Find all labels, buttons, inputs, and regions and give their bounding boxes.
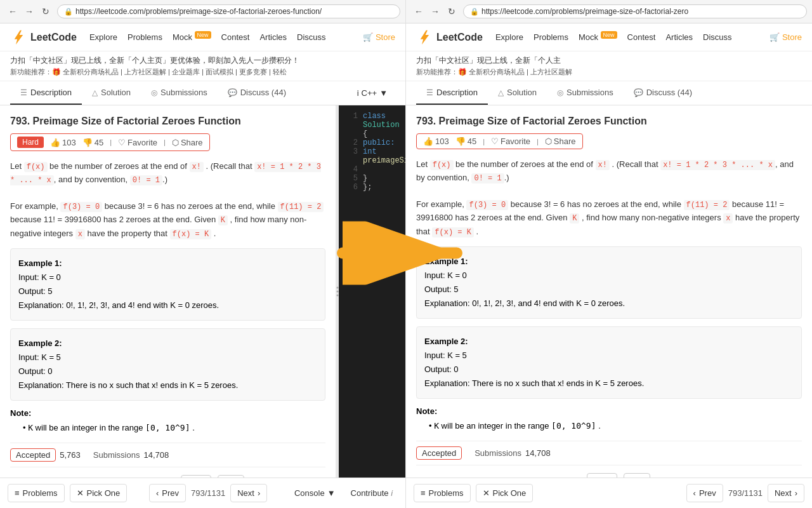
tab-submissions-right[interactable]: ◎ Submissions [547,81,624,105]
tabs-bar-right: ☰ Description △ Solution ◎ Submissions 💬… [406,81,812,105]
back-button-right[interactable]: ← [411,4,426,19]
page-num-left: 793/1131 [191,488,225,498]
thumbs-up-btn-left[interactable]: 👍 103 [50,138,76,147]
nav-mock-right[interactable]: Mock New [579,32,617,42]
sep1-right: | [483,138,485,145]
nav-mock-left[interactable]: Mock New [173,32,211,42]
problems-button-right[interactable]: ≡ Problems [414,484,471,502]
zerofact-code-right: 0! = 1 [471,173,504,184]
tab-description-right[interactable]: ☰ Description [416,81,488,105]
code-line-6: 6 }; [345,183,399,192]
thumbs-down-btn-left[interactable]: 👎 45 [82,138,103,147]
lang-chevron-left: ▼ [379,88,388,98]
factexp-code-left: x! = 1 * 2 * 3 * ... * x [10,162,321,185]
address-bar-left[interactable]: 🔒 https://leetcode.com/problems/preimage… [57,4,400,18]
banner-right: 力扣「中文社区」现已上线，全新「个人主 新功能推荐：🎁 全新积分商场礼品 | 上… [406,51,812,81]
pick-one-button-left[interactable]: ✕ Pick One [70,484,128,502]
contribute-button-left[interactable]: Contribute i [346,486,398,500]
nav-explore-right[interactable]: Explore [495,32,523,42]
refresh-button-left[interactable]: ↻ [38,4,53,19]
prev-chevron-left: ‹ [156,488,159,498]
interview-row-right: Seen this question in a real interview b… [416,473,802,478]
share-btn-right[interactable]: ⬡ Share [545,137,576,146]
nav-articles-left[interactable]: Articles [259,32,287,42]
yes-button-left[interactable]: Yes [181,475,211,478]
favorite-btn-left[interactable]: ♡ Favorite [118,138,157,147]
interview-row-left: Seen this question in a real interview b… [10,475,325,478]
back-button-left[interactable]: ← [5,4,20,19]
next-button-right[interactable]: Next › [768,484,804,502]
k-code-right: K [570,213,579,224]
browser-chrome-right: ← → ↻ 🔒 https://leetcode.com/problems/pr… [406,0,812,23]
pick-one-button-right[interactable]: ✕ Pick One [476,484,534,502]
prev-button-left[interactable]: ‹ Prev [149,484,186,502]
thumbs-up-btn-right[interactable]: 👍 103 [423,137,449,146]
forward-button-left[interactable]: → [22,4,37,19]
console-button-left[interactable]: Console ▼ [289,486,341,500]
stats-row-left: Accepted 5,763 Submissions 14,708 [10,443,325,467]
favorite-btn-right[interactable]: ♡ Favorite [491,137,530,146]
thumbs-down-btn-right[interactable]: 👎 45 [455,137,476,146]
address-bar-right[interactable]: 🔒 https://leetcode.com/problems/preimage… [463,4,807,18]
yes-button-right[interactable]: Yes [587,473,617,478]
nav-problems-right[interactable]: Problems [534,32,568,42]
banner-sub-left: 新功能推荐：🎁 全新积分商场礼品 | 上方社区题解 | 企业题库 | 面试模拟 … [10,67,395,77]
panel-resizer-left[interactable] [336,105,339,478]
share-btn-left[interactable]: ⬡ Share [172,138,203,147]
example2-left: Example 2: Input: K = 5 Output: 0 Explan… [10,328,325,401]
prev-chevron-right: ‹ [693,488,696,498]
sub-icon-left: ◎ [151,88,157,97]
tab-description-left[interactable]: ☰ Description [10,81,82,105]
tab-submissions-left[interactable]: ◎ Submissions [141,81,218,105]
pick-icon-right: ✕ [483,488,490,498]
problem-description-right: Let f(x) be the number of zeroes at the … [416,158,802,239]
tab-discuss-left[interactable]: 💬 Discuss (44) [218,81,296,105]
code-line-2: 2 public: [345,138,399,147]
tab-discuss-right[interactable]: 💬 Discuss (44) [624,81,702,105]
lock-icon-right: 🔒 [470,8,479,16]
language-selector-left[interactable]: i C++ ▼ [350,81,395,105]
difficulty-badge-left: Hard [17,137,44,148]
example2-right: Example 2: Input: K = 5 Output: 0 Explan… [416,326,802,399]
browser-chrome-left: ← → ↻ 🔒 https://leetcode.com/problems/pr… [0,0,405,23]
code-panel-left[interactable]: 1 class Solution { 2 public: 3 int preim… [339,105,405,478]
nav-discuss-right[interactable]: Discuss [703,32,732,42]
factexp-code-right: x! = 1 * 2 * 3 * ... * x [660,160,775,170]
example1-right: Example 1: Input: K = 0 Output: 5 Explan… [416,246,802,319]
accepted-box-right: Accepted [416,446,462,460]
next-chevron-left: › [258,488,260,498]
page-num-right: 793/1131 [728,488,763,498]
prev-button-right[interactable]: ‹ Prev [686,484,723,502]
problems-button-left[interactable]: ≡ Problems [8,484,65,502]
k-code-left: K [218,215,228,225]
tab-solution-left[interactable]: △ Solution [82,81,141,105]
nav-articles-right[interactable]: Articles [665,32,693,42]
nav-explore-left[interactable]: Explore [89,32,117,42]
nav-discuss-left[interactable]: Discuss [297,32,326,42]
accepted-value-left: 5,763 [60,450,81,460]
problem-title-left: 793. Preimage Size of Factorial Zeroes F… [10,116,325,127]
tab-solution-right[interactable]: △ Solution [488,81,547,105]
pick-icon-left: ✕ [77,488,84,498]
nav-store-left[interactable]: 🛒 Store [363,32,395,42]
accepted-stat-right: Accepted [416,446,462,460]
next-button-left[interactable]: Next › [230,484,267,502]
fx-code-right: f(x) [430,160,454,170]
nav-problems-left[interactable]: Problems [128,32,162,42]
nav-links-right: Explore Problems Mock New Contest Articl… [495,32,732,42]
problem-panel-right: 793. Preimage Size of Factorial Zeroes F… [406,105,812,478]
f3-code-left: f(3) = 0 [60,202,102,212]
nav-contest-left[interactable]: Contest [221,32,250,42]
banner-left: 力扣「中文社区」现已上线，全新「个人主页」更优体验，即刻加入先人一步攒积分！ 新… [0,51,405,81]
code-line-3: 3 int preimageSizeFZF [345,147,399,165]
forward-button-right[interactable]: → [428,4,443,19]
list-icon-right: ≡ [421,488,426,498]
tabs-bar-left: ☰ Description △ Solution ◎ Submissions 💬… [0,81,405,105]
nav-store-right[interactable]: 🛒 Store [769,32,802,42]
refresh-button-right[interactable]: ↻ [444,4,459,19]
no-button-right[interactable]: No [624,473,651,478]
no-button-left[interactable]: No [218,475,245,478]
banner-sub-right: 新功能推荐：🎁 全新积分商场礼品 | 上方社区题解 [416,67,802,77]
nav-contest-right[interactable]: Contest [627,32,656,42]
console-chevron-left: ▼ [327,488,336,498]
